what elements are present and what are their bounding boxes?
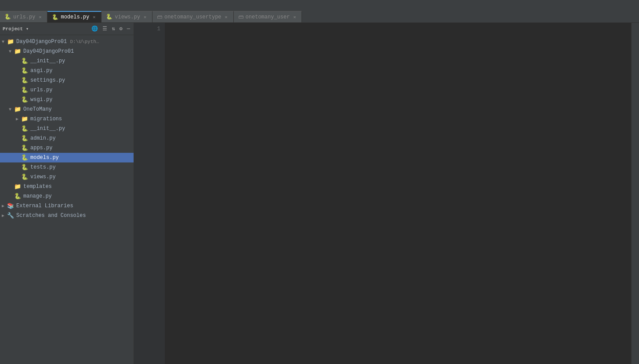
toolbar-icon-sort[interactable]: ⇅ [111,25,116,33]
arrow-day04: ▼ [9,49,14,54]
arrow-scratches: ▶ [2,213,7,218]
label-day04: Day04DjangoPro01 [23,48,74,54]
sidebar-item-tests[interactable]: 🐍tests.py [0,162,134,172]
file-icon-settings: 🐍 [21,77,29,84]
sidebar-item-scratches[interactable]: ▶🔧Scratches and Consoles [0,211,134,220]
sidebar-tree: ▼📁Day04DjangoPro01 D:\U\pyth…▼📁Day04Djan… [0,35,134,364]
sidebar-toolbar: Project ▾ 🌐 ☰ ⇅ ⚙ — [0,23,134,35]
code-container[interactable]: 1 [134,23,631,364]
file-icon-scratches: 🔧 [7,212,15,219]
label-scratches: Scratches and Consoles [16,213,86,219]
tab-close-onetomany_user[interactable]: ✕ [292,14,297,20]
tab-icon-onetomany_usertype: 🗃 [157,14,162,20]
tab-icon-views: 🐍 [106,14,113,20]
sidebar-item-views_side[interactable]: 🐍views.py [0,172,134,182]
title-bar [0,0,639,10]
tab-icon-models: 🐍 [52,14,58,21]
label-wsgi: wsgi.py [30,97,52,103]
label-migrations: migrations [30,116,62,122]
file-icon-migrations: 📁 [21,115,29,123]
toolbar-icon-list[interactable]: ☰ [102,25,108,33]
label-onetomany: OneToMany [23,106,52,112]
arrow-migrations: ▶ [16,116,21,122]
tab-icon-onetomany_user: 🗃 [238,14,243,20]
label-urls_side: urls.py [30,87,52,93]
sidebar-item-onetomany[interactable]: ▼📁OneToMany [0,105,134,114]
file-icon-onetomany: 📁 [14,106,22,113]
file-icon-ext_libs: 📚 [7,202,15,209]
label-settings: settings.py [30,77,65,83]
tab-close-onetomany_usertype[interactable]: ✕ [224,14,229,20]
sidebar-item-init1[interactable]: 🐍__init__.py [0,56,134,66]
structure-sidebar [631,23,639,364]
file-icon-tests: 🐍 [21,164,29,171]
toolbar-icon-globe[interactable]: 🌐 [91,25,99,33]
label-models_side: models.py [30,155,59,161]
label-init2: __init__.py [30,126,65,132]
file-icon-urls_side: 🐍 [21,86,29,94]
file-icon-day04: 📁 [14,48,22,55]
tab-onetomany_usertype[interactable]: 🗃onetomany_usertype✕ [152,11,234,22]
line-number-1: 1 [143,25,160,33]
label-admin: admin.py [30,135,56,141]
file-icon-asgi: 🐍 [21,67,29,74]
tab-models[interactable]: 🐍models.py✕ [47,11,102,22]
label-ext_libs: External Libraries [16,203,73,209]
file-icon-templates: 📁 [14,183,22,190]
label-tests: tests.py [30,164,56,170]
sidebar-item-root[interactable]: ▼📁Day04DjangoPro01 D:\U\pyth… [0,37,134,47]
label-templates: templates [23,184,52,190]
label-root: Day04DjangoPro01 D:\U\pyth… [16,39,99,45]
arrow-ext_libs: ▶ [2,203,7,209]
file-icon-wsgi: 🐍 [21,96,29,103]
file-icon-init1: 🐍 [21,58,29,65]
tab-label-urls: urls.py [13,14,35,20]
arrow-onetomany: ▼ [9,107,14,112]
sidebar-item-init2[interactable]: 🐍__init__.py [0,124,134,133]
tab-label-onetomany_usertype: onetomany_usertype [164,14,221,20]
sidebar-item-settings[interactable]: 🐍settings.py [0,76,134,85]
sidebar-item-ext_libs[interactable]: ▶📚External Libraries [0,201,134,211]
file-icon-init2: 🐍 [21,125,29,132]
file-icon-manage: 🐍 [14,193,22,200]
editor-area: 1 [134,23,631,364]
sidebar-item-migrations[interactable]: ▶📁migrations [0,114,134,124]
file-icon-models_side: 🐍 [21,154,29,161]
label-apps: apps.py [30,145,52,151]
tab-label-views: views.py [115,14,140,20]
tab-close-views[interactable]: ✕ [142,14,148,20]
arrow-root: ▼ [2,40,7,44]
sidebar-item-manage[interactable]: 🐍manage.py [0,191,134,201]
tab-label-onetomany_user: onetomany_user [246,14,290,20]
label-asgi: asgi.py [30,68,52,74]
tab-onetomany_user[interactable]: 🗃onetomany_user✕ [234,11,302,22]
sidebar-item-apps[interactable]: 🐍apps.py [0,143,134,153]
sidebar-title: Project ▾ [3,26,88,32]
tab-close-urls[interactable]: ✕ [37,14,43,20]
tab-icon-urls: 🐍 [4,14,11,20]
code-lines[interactable] [165,23,631,364]
toolbar-icon-minimize[interactable]: — [126,25,131,33]
label-init1: __init__.py [30,58,65,64]
toolbar-icon-settings[interactable]: ⚙ [119,25,123,33]
file-icon-views_side: 🐍 [21,173,29,180]
sidebar-item-urls_side[interactable]: 🐍urls.py [0,85,134,95]
sidebar-item-day04[interactable]: ▼📁Day04DjangoPro01 [0,47,134,56]
tab-urls[interactable]: 🐍urls.py✕ [0,11,47,22]
sidebar-item-asgi[interactable]: 🐍asgi.py [0,66,134,76]
sidebar-item-wsgi[interactable]: 🐍wsgi.py [0,95,134,105]
sidebar-item-templates[interactable]: 📁templates [0,182,134,191]
tab-label-models: models.py [61,14,89,20]
label-manage: manage.py [23,193,52,199]
file-icon-root: 📁 [7,38,15,45]
sidebar: Project ▾ 🌐 ☰ ⇅ ⚙ — ▼📁Day04DjangoPro01 D… [0,23,134,364]
line-numbers: 1 [143,23,165,364]
gutter [134,23,143,364]
tab-close-models[interactable]: ✕ [91,14,97,20]
label-views_side: views.py [30,174,56,180]
file-icon-admin: 🐍 [21,135,29,142]
sidebar-item-models_side[interactable]: 🐍models.py [0,153,134,162]
sidebar-item-admin[interactable]: 🐍admin.py [0,133,134,143]
tab-bar: 🐍urls.py✕🐍models.py✕🐍views.py✕🗃onetomany… [0,10,639,23]
tab-views[interactable]: 🐍views.py✕ [102,11,152,22]
